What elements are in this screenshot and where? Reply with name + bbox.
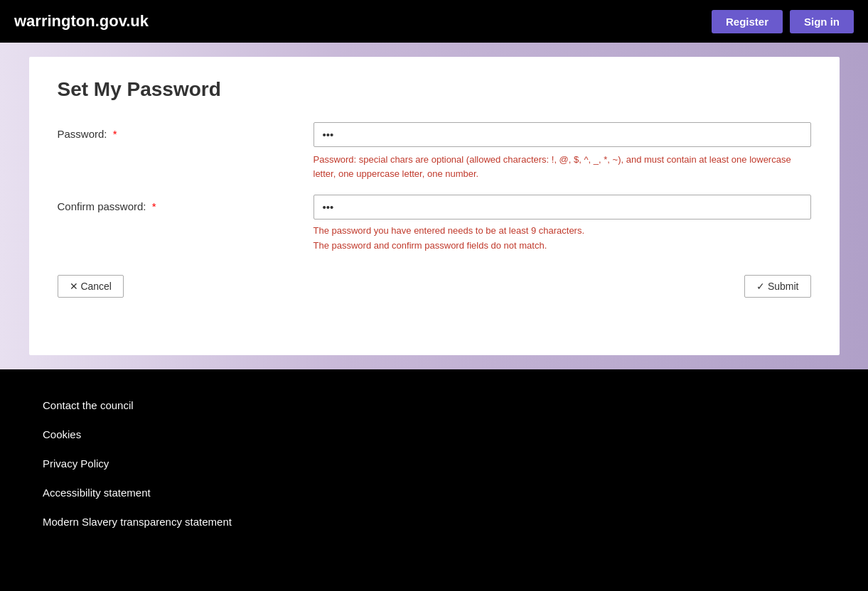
register-button[interactable]: Register bbox=[712, 10, 783, 33]
cancel-button[interactable]: ✕ Cancel bbox=[58, 275, 124, 298]
submit-button[interactable]: ✓ Submit bbox=[744, 275, 810, 298]
password-input[interactable] bbox=[314, 122, 811, 147]
form-title: Set My Password bbox=[58, 78, 811, 101]
confirm-password-field-group: The password you have entered needs to b… bbox=[314, 195, 811, 254]
form-card: Set My Password Password: * Password: sp… bbox=[29, 57, 840, 355]
password-row: Password: * Password: special chars are … bbox=[58, 122, 811, 180]
footer-link-modern-slavery[interactable]: Modern Slavery transparency statement bbox=[43, 507, 825, 536]
footer-link-contact[interactable]: Contact the council bbox=[43, 391, 825, 420]
confirm-password-required: * bbox=[152, 200, 156, 212]
error-match: The password and confirm password fields… bbox=[314, 239, 811, 254]
footer-link-privacy[interactable]: Privacy Policy bbox=[43, 449, 825, 478]
site-logo: warrington.gov.uk bbox=[14, 12, 149, 31]
error-length: The password you have entered needs to b… bbox=[314, 224, 811, 239]
form-actions: ✕ Cancel ✓ Submit bbox=[58, 275, 811, 298]
confirm-password-row: Confirm password: * The password you hav… bbox=[58, 195, 811, 254]
site-header: warrington.gov.uk Register Sign in bbox=[0, 0, 868, 43]
footer-nav: Contact the council Cookies Privacy Poli… bbox=[43, 391, 825, 536]
site-footer: Contact the council Cookies Privacy Poli… bbox=[0, 369, 868, 568]
footer-link-accessibility[interactable]: Accessibility statement bbox=[43, 478, 825, 507]
password-field-group: Password: special chars are optional (al… bbox=[314, 122, 811, 180]
footer-link-cookies[interactable]: Cookies bbox=[43, 420, 825, 449]
confirm-password-input[interactable] bbox=[314, 195, 811, 219]
signin-button[interactable]: Sign in bbox=[790, 10, 854, 33]
header-buttons: Register Sign in bbox=[712, 10, 854, 33]
confirm-password-label: Confirm password: * bbox=[58, 195, 314, 212]
error-messages: The password you have entered needs to b… bbox=[314, 224, 811, 254]
password-label: Password: * bbox=[58, 122, 314, 140]
main-area: Set My Password Password: * Password: sp… bbox=[0, 43, 868, 369]
password-required: * bbox=[113, 128, 117, 140]
password-hint: Password: special chars are optional (al… bbox=[314, 153, 811, 180]
